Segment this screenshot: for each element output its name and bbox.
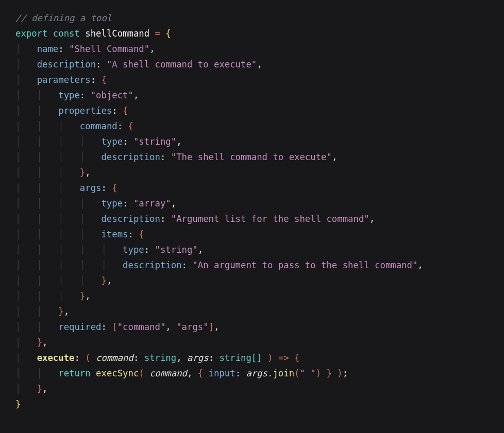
param-args: args [187,353,209,363]
keyword-export: export [15,28,47,39]
key-description: description [37,59,96,70]
key-type: type [123,245,144,255]
val-req2: "args" [176,322,208,332]
key-execute: execute [37,353,75,363]
key-args: args [80,183,102,193]
comment-line: // defining a tool [15,13,112,23]
val-itemdesc: "An argument to pass to the shell comman… [192,260,417,270]
keyword-const: const [53,28,80,39]
arg-command: command [149,368,187,378]
type-string: string [144,353,176,363]
key-type: type [101,136,123,147]
key-description: description [101,152,160,162]
key-type: type [101,198,123,209]
val-object: "object" [91,90,133,100]
key-required: required [58,322,101,332]
fn-join: join [273,368,294,378]
val-cmddesc: "The shell command to execute" [171,152,332,162]
keyword-return: return [58,368,90,378]
val-description: "A shell command to execute" [107,59,257,70]
key-command: command [80,121,117,131]
type-stringarr: string[] [219,353,262,363]
brace-close: } [15,399,21,409]
key-input: input [209,368,236,378]
var-name: shellCommand [85,28,149,39]
val-argsdesc: "Argument list for the shell command" [171,214,369,224]
key-description: description [101,214,160,224]
val-array: "array" [133,198,171,209]
param-command: command [96,353,133,363]
key-properties: properties [58,106,112,116]
val-string: "string" [155,245,198,255]
op-eq: = [155,28,160,39]
arg-args: args [246,368,267,378]
fn-execSync: execSync [96,368,139,378]
key-parameters: parameters [37,75,91,85]
val-req1: "command" [117,322,166,332]
brace-open: { [165,28,171,39]
val-string: "string" [133,136,176,147]
val-name: "Shell Command" [69,44,149,54]
code-editor[interactable]: // defining a tool export const shellCom… [0,0,504,412]
key-items: items [101,229,128,239]
val-space: " " [300,368,316,378]
code-block: // defining a tool export const shellCom… [15,13,423,409]
key-type: type [58,90,80,100]
key-description: description [123,260,181,270]
key-name: name [37,44,59,54]
